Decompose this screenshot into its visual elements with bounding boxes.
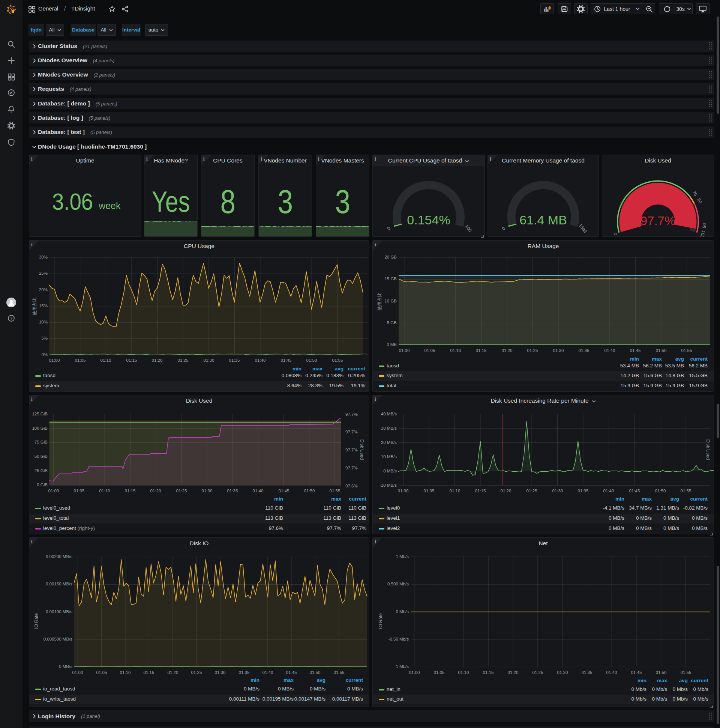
svg-text:100: 100 xyxy=(699,230,706,237)
svg-text:80: 80 xyxy=(696,197,703,204)
svg-text:75: 75 xyxy=(691,190,699,197)
svg-text:?: ? xyxy=(10,316,12,320)
svg-text:0: 0 xyxy=(612,231,618,236)
